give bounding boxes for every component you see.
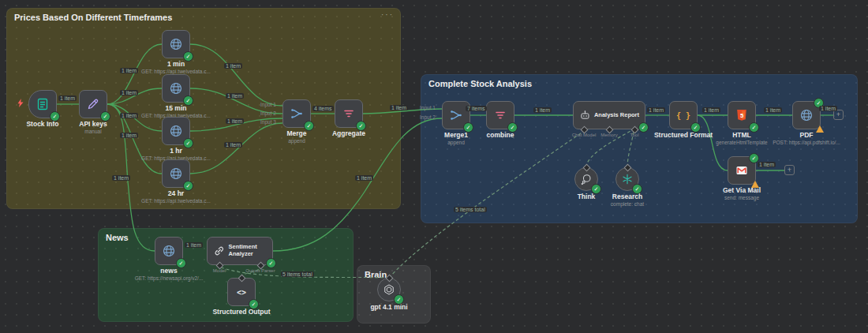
connection-items-label: 5 items total	[281, 271, 314, 277]
node-api-keys[interactable]: ✓ API keys manual	[79, 90, 107, 118]
success-check-icon: ✓	[632, 184, 642, 194]
connection-items-label: 1 item	[533, 107, 552, 113]
node-label: HTML	[716, 131, 767, 139]
node-get-via-mail[interactable]: ✓ Get Via Mail send: message	[728, 156, 756, 185]
node-html[interactable]: ✓ HTML generateHtmlTemplate	[728, 101, 756, 129]
aggregate-icon	[493, 108, 507, 122]
node-label: news	[135, 267, 204, 275]
success-check-icon: ✓	[183, 138, 193, 148]
tool-label: Tool	[630, 133, 638, 137]
connection-items-label: 7 items	[466, 106, 487, 111]
node-1hr[interactable]: ✓ 1 hr GET: https://api.twelvedata.c...	[162, 117, 190, 145]
workflow-canvas[interactable]: Prices Based On Different Timeframes ···…	[0, 0, 868, 333]
connection-items-label: 1 item	[819, 106, 837, 111]
gmail-icon	[735, 163, 749, 178]
merge-input2-label: Input 2	[260, 110, 276, 116]
success-check-icon: ✓	[356, 121, 366, 131]
memory-label: Memory	[600, 133, 618, 137]
success-check-icon: ✓	[463, 122, 473, 133]
node-sentiment-analyzer[interactable]: Sentiment Analyzer ✓	[207, 237, 273, 265]
connection-items-label: 1 item	[120, 90, 138, 95]
node-subtitle: generateHtmlTemplate	[716, 140, 767, 145]
connection-items-label: 1 item	[120, 68, 138, 73]
success-check-icon: ✓	[183, 181, 193, 191]
globe-icon	[169, 37, 183, 51]
connection-items-label: 1 item	[390, 105, 408, 110]
node-subtitle: send: message	[723, 195, 761, 200]
merge-icon	[290, 107, 304, 121]
robot-icon	[579, 109, 591, 122]
warning-triangle-icon	[816, 125, 824, 133]
node-stock-info[interactable]: ✓ Stock Info	[28, 90, 57, 118]
node-label: PDF	[773, 131, 840, 139]
openai-icon	[383, 283, 395, 296]
node-15min[interactable]: ✓ 15 min GET: https://api.twelvedata.c..…	[162, 74, 190, 103]
globe-icon	[169, 124, 183, 138]
node-label: gpt 4.1 mini	[370, 303, 407, 311]
node-subtitle: complete: chat	[611, 201, 644, 207]
node-news[interactable]: ✓ news GET: https://newsapi.org/v2/...	[155, 237, 183, 265]
node-label: 1 min	[141, 60, 211, 68]
node-inner-label: Analysis Report	[594, 112, 639, 119]
node-subtitle: GET: https://api.twelvedata.c...	[141, 198, 211, 204]
code-brackets-icon: <>	[237, 288, 246, 297]
chat-model-label: Chat Model	[572, 133, 597, 137]
success-check-icon: ✓	[507, 122, 518, 133]
node-label: Structured Format	[654, 131, 713, 139]
group-analysis-title: Complete Stock Analysis	[421, 75, 857, 92]
merge-input3-label: Input 3	[260, 119, 276, 125]
success-check-icon: ✓	[100, 111, 110, 122]
aggregate-icon	[342, 107, 356, 121]
model-label: Model	[213, 268, 226, 273]
globe-icon	[169, 81, 183, 95]
merge-icon	[449, 108, 463, 122]
add-node-button[interactable]: +	[784, 165, 795, 175]
connection-items-label: 1 item	[355, 175, 373, 181]
node-subtitle: GET: https://newsapi.org/v2/...	[135, 275, 204, 281]
merge-input1-label: Input 1	[260, 102, 276, 107]
connection-items-label: 1 item	[185, 242, 203, 248]
node-inner-label: Sentiment Analyzer	[229, 244, 267, 257]
connection-items-label: 5 items total	[454, 207, 487, 212]
success-check-icon: ✓	[749, 122, 759, 133]
node-aggregate[interactable]: ✓ Aggregate	[335, 99, 363, 128]
node-subtitle: POST: https://api.pdfshift.io/...	[773, 140, 840, 145]
success-check-icon: ✓	[266, 258, 276, 268]
connection-items-label: 1 item	[120, 113, 138, 118]
thought-bubble-icon	[580, 173, 593, 185]
success-check-icon: ✓	[638, 122, 649, 133]
node-1min[interactable]: ✓ 1 min GET: https://api.twelvedata.c...	[162, 30, 190, 58]
merge1-input1-label: Input 1	[420, 105, 436, 110]
connection-items-label: 1 item	[226, 93, 244, 99]
node-label: 15 min	[141, 104, 211, 112]
node-subtitle: GET: https://api.twelvedata.c...	[141, 69, 211, 74]
warning-triangle-icon	[751, 181, 759, 188]
node-combine[interactable]: ✓ combine	[486, 101, 514, 129]
connection-items-label: 1 item	[764, 107, 782, 113]
connection-items-label: 1 item	[226, 118, 244, 124]
output-parser-label: Output Parser	[245, 268, 275, 273]
globe-icon	[162, 244, 176, 258]
node-pdf[interactable]: ✓ PDF POST: https://api.pdfshift.io/...	[792, 101, 821, 129]
node-merge[interactable]: ✓ Merge append	[282, 99, 311, 128]
connection-items-label: 1 item	[224, 142, 242, 148]
group-options-icon[interactable]: ···	[381, 10, 394, 19]
success-check-icon: ✓	[183, 51, 193, 62]
globe-icon	[169, 166, 183, 181]
globe-icon	[799, 108, 814, 122]
node-24hr[interactable]: ✓ 24 hr GET: https://api.twelvedata.c...	[162, 159, 190, 188]
research-star-icon	[621, 173, 634, 185]
node-structured-format[interactable]: { } ✓ Structured Format	[669, 101, 698, 129]
merge1-input2-label: Input 2	[420, 114, 436, 120]
node-label: Merge	[286, 129, 306, 137]
connection-items-label: 1 item	[58, 95, 77, 101]
success-check-icon: ✓	[690, 122, 701, 133]
success-check-icon: ✓	[50, 111, 60, 122]
connection-items-label: 1 item	[120, 133, 138, 138]
success-check-icon: ✓	[591, 184, 601, 194]
connection-items-label: 4 items	[312, 106, 334, 111]
node-label: Structured Output	[212, 308, 270, 316]
success-check-icon: ✓	[176, 258, 186, 268]
connection-items-label: 1 item	[758, 162, 776, 167]
node-subtitle: manual	[79, 129, 107, 134]
